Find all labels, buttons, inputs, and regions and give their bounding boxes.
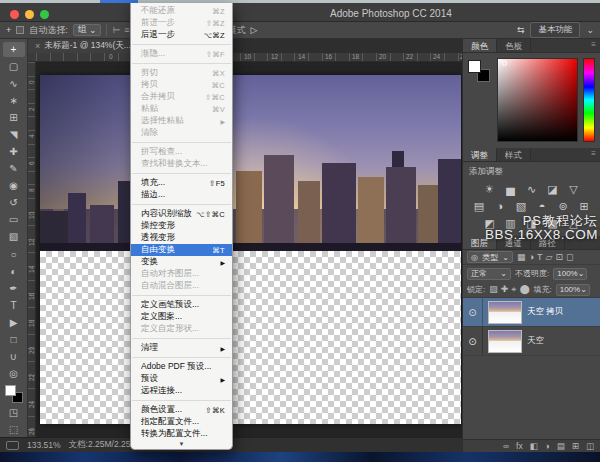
zoom-tool[interactable]: ◎: [3, 366, 25, 381]
foreground-color-swatch[interactable]: [5, 385, 16, 396]
menu-item-copy-merged[interactable]: 合并拷贝⇧⌘C: [131, 91, 232, 103]
menu-item-adobe-pdf-presets[interactable]: Adobe PDF 预设...: [131, 361, 232, 373]
menu-item-define-pattern[interactable]: 定义图案...: [131, 311, 232, 323]
panel-menu-icon[interactable]: ≡: [587, 148, 600, 161]
filter-smart-objects-icon[interactable]: ⊡: [555, 252, 563, 262]
menu-item-remote-connections[interactable]: 远程连接...: [131, 385, 232, 397]
layer-visibility-eye-icon[interactable]: ⊙: [463, 327, 483, 355]
crop-tool[interactable]: ⊞: [3, 110, 25, 125]
add-layer-mask-icon[interactable]: ◧: [530, 441, 538, 451]
channel-mixer-icon[interactable]: ⊚: [556, 200, 570, 213]
menu-item-auto-align-layers[interactable]: 自动对齐图层...: [131, 268, 232, 280]
menu-item-presets[interactable]: 预设▶: [131, 373, 232, 385]
hand-tool[interactable]: ∪: [3, 349, 25, 364]
type-tool[interactable]: T: [3, 298, 25, 313]
workspace-switcher-button[interactable]: 基本功能: [530, 22, 580, 38]
layer-filter-toggle-icon[interactable]: ◻: [566, 252, 573, 262]
color-picker-marker[interactable]: [502, 61, 507, 66]
close-tab-icon[interactable]: ×: [35, 41, 40, 51]
menu-item-define-brush-preset[interactable]: 定义画笔预设...: [131, 299, 232, 311]
menu-item-fade[interactable]: 渐隐...⇧⌘F: [131, 48, 232, 60]
filter-type-layers-icon[interactable]: T: [537, 252, 543, 262]
menu-item-assign-profile[interactable]: 指定配置文件...: [131, 416, 232, 428]
link-layers-icon[interactable]: ∞: [503, 441, 509, 451]
tab-color[interactable]: 颜色: [463, 39, 497, 52]
quick-mask-icon[interactable]: ◳: [3, 405, 25, 420]
filter-pixel-layers-icon[interactable]: ▦: [517, 252, 526, 262]
hue-slider[interactable]: [583, 58, 595, 142]
tab-styles[interactable]: 样式: [497, 148, 531, 161]
filter-kind-dropdown[interactable]: ◎ 类型 ⌄: [467, 251, 513, 263]
filter-shape-layers-icon[interactable]: ▱: [545, 252, 552, 262]
lock-transparent-pixels-icon[interactable]: ▨: [489, 284, 498, 295]
menu-item-define-custom-shape[interactable]: 定义自定形状...: [131, 323, 232, 335]
layer-thumbnail[interactable]: [488, 301, 522, 324]
chevron-down-icon[interactable]: ⌄: [586, 25, 594, 35]
exposure-icon[interactable]: ◪: [546, 183, 560, 196]
auto-select-dropdown[interactable]: 组⌄: [73, 24, 102, 36]
menu-item-clear[interactable]: 清除: [131, 127, 232, 139]
new-adjustment-layer-icon[interactable]: ◑: [545, 441, 550, 451]
document-tab[interactable]: × 未标题-1 @ 134%(天...: [28, 39, 139, 53]
layer-thumbnail[interactable]: [488, 330, 522, 353]
healing-brush-tool[interactable]: ✚: [3, 144, 25, 159]
menu-item-auto-blend-layers[interactable]: 自动混合图层...: [131, 280, 232, 292]
menu-item-cant-undo[interactable]: 不能还原⌘Z: [131, 5, 232, 17]
lock-all-icon[interactable]: ⬤: [519, 284, 529, 295]
lasso-tool[interactable]: ∿: [3, 76, 25, 91]
dodge-tool[interactable]: ◐: [3, 264, 25, 279]
black-white-icon[interactable]: ▧: [514, 200, 528, 213]
menu-item-convert-to-profile[interactable]: 转换为配置文件...: [131, 428, 232, 440]
fill-dropdown[interactable]: 100% ⌄: [556, 284, 590, 296]
brightness-contrast-icon[interactable]: ☀: [483, 183, 497, 196]
menu-item-step-backward[interactable]: 后退一步⌥⌘Z: [131, 29, 232, 41]
zoom-window-button[interactable]: [40, 10, 49, 19]
levels-icon[interactable]: ▅: [504, 183, 518, 196]
menu-item-paste-special[interactable]: 选择性粘贴▶: [131, 115, 232, 127]
marquee-tool[interactable]: ▢: [3, 59, 25, 74]
clone-stamp-tool[interactable]: ◉: [3, 179, 25, 194]
menu-item-free-transform[interactable]: 自由变换⌘T: [131, 244, 232, 256]
new-layer-icon[interactable]: ⊞: [572, 441, 579, 451]
foreground-background-swatches[interactable]: [468, 58, 492, 84]
color-lookup-icon[interactable]: ⊞: [577, 200, 591, 213]
screen-mode-icon[interactable]: ⬚: [3, 422, 25, 437]
menu-item-copy[interactable]: 拷贝⌘C: [131, 79, 232, 91]
lock-position-icon[interactable]: ⌖: [511, 284, 516, 295]
layer-visibility-eye-icon[interactable]: ⊙: [463, 298, 483, 326]
vibrance-icon[interactable]: ▽: [567, 183, 581, 196]
tab-adjustments[interactable]: 调整: [463, 148, 497, 161]
toolbar-color-swatches[interactable]: [5, 385, 23, 402]
menu-item-fill[interactable]: 填充...⇧F5: [131, 177, 232, 189]
menu-item-stroke[interactable]: 描边...: [131, 189, 232, 201]
opacity-dropdown[interactable]: 100% ⌄: [553, 268, 587, 280]
menu-item-check-spelling[interactable]: 拼写检查...: [131, 146, 232, 158]
menu-item-content-aware-scale[interactable]: 内容识别缩放⌥⇧⌘C: [131, 208, 232, 220]
path-selection-tool[interactable]: ▶: [3, 315, 25, 330]
lock-image-pixels-icon[interactable]: ✚: [501, 284, 509, 295]
menu-item-find-replace-text[interactable]: 查找和替换文本...: [131, 158, 232, 170]
document[interactable]: [40, 75, 461, 424]
foreground-color-swatch[interactable]: [468, 60, 481, 73]
menu-item-purge[interactable]: 清理▶: [131, 342, 232, 354]
close-window-button[interactable]: [10, 10, 19, 19]
layer-row[interactable]: ⊙天空 拷贝: [463, 298, 600, 327]
menu-scroll-down-icon[interactable]: ▼: [131, 440, 232, 449]
vertical-ruler[interactable]: 02468101214161820222426: [28, 62, 36, 437]
menu-item-step-forward[interactable]: 前进一步⇧⌘Z: [131, 17, 232, 29]
auto-select-checkbox[interactable]: [16, 26, 24, 34]
eyedropper-tool[interactable]: ◥: [3, 127, 25, 142]
eraser-tool[interactable]: ▭: [3, 213, 25, 228]
quick-selection-tool[interactable]: ∗: [3, 93, 25, 108]
blur-tool[interactable]: ○: [3, 247, 25, 262]
filter-adjustment-layers-icon[interactable]: ◑: [529, 252, 534, 262]
color-balance-icon[interactable]: ◑: [493, 200, 507, 213]
zoom-level-field[interactable]: 133.51%: [27, 440, 61, 450]
menu-item-perspective-warp[interactable]: 透视变形: [131, 232, 232, 244]
menu-item-puppet-warp[interactable]: 操控变形: [131, 220, 232, 232]
new-group-icon[interactable]: ▤: [557, 441, 565, 451]
brush-tool[interactable]: ✎: [3, 161, 25, 176]
tab-swatches[interactable]: 色板: [497, 39, 531, 52]
history-brush-tool[interactable]: ↺: [3, 196, 25, 211]
gradient-tool[interactable]: ▧: [3, 230, 25, 245]
